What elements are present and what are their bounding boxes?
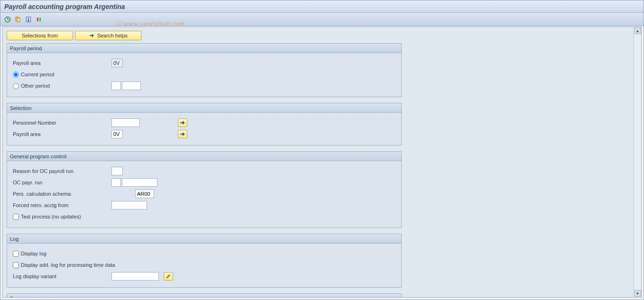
- test-process-text: Test process (no updates): [21, 214, 81, 219]
- logoff-icon[interactable]: [35, 15, 43, 24]
- payroll-area-multiselect-button[interactable]: [178, 130, 187, 138]
- other-period-field-1[interactable]: [111, 82, 121, 90]
- scroll-down-button[interactable]: ▼: [635, 290, 641, 297]
- payroll-area-field[interactable]: [111, 59, 123, 67]
- main-scroll: Selections from Search helps Payroll per…: [3, 27, 634, 297]
- reason-label: Reason for OC payroll run: [12, 168, 111, 174]
- selection-payroll-area-label: Payroll area: [12, 131, 111, 137]
- group-log: Log Display log Display add. log for pro…: [7, 234, 402, 288]
- group-header-remun: Remun. statement: [7, 294, 401, 297]
- arrow-right-icon: [180, 132, 185, 136]
- page-title: Payroll accounting program Argentina: [4, 3, 125, 10]
- group-header-payroll-period: Payroll period: [7, 44, 401, 53]
- display-add-log-check-label[interactable]: Display add. log for processing time dat…: [12, 262, 115, 268]
- selection-payroll-area-field[interactable]: [111, 130, 123, 138]
- app-window: Payroll accounting program Argentina © w…: [0, 0, 644, 300]
- personnel-number-field[interactable]: [111, 118, 140, 127]
- forced-retro-field[interactable]: [111, 201, 147, 209]
- other-period-field-2[interactable]: [122, 82, 141, 90]
- arrow-right-icon: [89, 33, 94, 38]
- display-log-checkbox[interactable]: [13, 251, 19, 257]
- log-variant-edit-button[interactable]: [164, 272, 173, 281]
- toolbar: [0, 13, 644, 26]
- display-add-log-text: Display add. log for processing time dat…: [21, 262, 115, 268]
- search-helps-button[interactable]: Search helps: [75, 31, 141, 40]
- selections-from-button[interactable]: Selections from: [7, 31, 73, 40]
- pencil-icon: [166, 273, 171, 279]
- title-bar: Payroll accounting program Argentina: [0, 0, 644, 13]
- group-general: General program control Reason for OC pa…: [7, 151, 402, 228]
- execute-icon[interactable]: [3, 15, 12, 24]
- action-row: Selections from Search helps: [7, 31, 629, 40]
- svg-rect-8: [37, 18, 38, 21]
- current-period-radio[interactable]: [13, 72, 19, 78]
- schema-label: Pers. calculation schema: [12, 191, 135, 197]
- schema-field[interactable]: [135, 190, 154, 198]
- current-period-text: Current period: [21, 72, 54, 77]
- other-period-radio[interactable]: [13, 83, 19, 89]
- search-helps-label: Search helps: [97, 33, 128, 38]
- group-header-general: General program control: [7, 152, 401, 161]
- other-period-radio-label[interactable]: Other period: [12, 83, 111, 89]
- content-area: Selections from Search helps Payroll per…: [2, 27, 642, 298]
- display-log-text: Display log: [21, 251, 46, 256]
- svg-rect-9: [38, 18, 39, 21]
- oc-payr-run-label: OC payr. run: [12, 180, 111, 185]
- group-payroll-period: Payroll period Payroll area Current peri…: [7, 43, 402, 97]
- svg-rect-7: [28, 19, 29, 21]
- group-remun: Remun. statement Remun. statem. display …: [7, 293, 402, 297]
- log-variant-field[interactable]: [111, 272, 159, 281]
- personnel-number-label: Personnel Number: [12, 120, 111, 126]
- display-add-log-checkbox[interactable]: [13, 262, 19, 268]
- test-process-check-label[interactable]: Test process (no updates): [12, 214, 81, 220]
- log-variant-label: Log display variant: [12, 273, 111, 279]
- selections-from-label: Selections from: [22, 33, 58, 38]
- oc-payr-run-field-1[interactable]: [111, 178, 121, 187]
- test-process-checkbox[interactable]: [13, 214, 19, 220]
- oc-payr-run-field-2[interactable]: [122, 178, 157, 187]
- info-icon[interactable]: [24, 15, 33, 24]
- personnel-number-multiselect-button[interactable]: [178, 118, 187, 127]
- svg-rect-10: [40, 18, 41, 21]
- other-period-text: Other period: [21, 83, 50, 89]
- group-header-log: Log: [7, 234, 401, 244]
- svg-rect-4: [17, 18, 20, 22]
- arrow-right-icon: [180, 120, 185, 125]
- display-log-check-label[interactable]: Display log: [12, 251, 46, 257]
- group-header-selection: Selection: [7, 103, 401, 113]
- forced-retro-label: Forced retro. acctg from: [12, 202, 111, 208]
- variant-icon[interactable]: [14, 15, 22, 24]
- group-selection: Selection Personnel Number Payroll area: [7, 103, 402, 145]
- current-period-radio-label[interactable]: Current period: [12, 72, 111, 78]
- scroll-up-button[interactable]: ▲: [635, 27, 641, 34]
- payroll-area-label: Payroll area: [12, 60, 111, 66]
- vertical-scrollbar[interactable]: ▲ ▼: [634, 27, 641, 297]
- svg-rect-6: [28, 18, 29, 19]
- reason-field[interactable]: [111, 167, 123, 175]
